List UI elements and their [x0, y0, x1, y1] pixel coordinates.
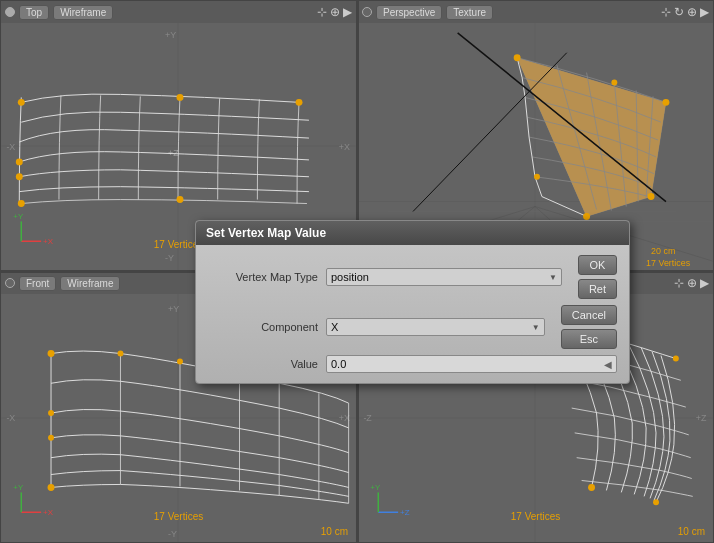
view-mode-btn-bl[interactable]: Wireframe	[60, 276, 120, 291]
measure-br: 10 cm	[678, 526, 705, 537]
svg-text:-X: -X	[6, 142, 15, 152]
viewport-header-tr: Perspective Texture ⊹ ↻ ⊕ ▶	[358, 1, 713, 23]
svg-point-66	[588, 484, 595, 491]
value-input[interactable]: 0.0 ◀	[326, 355, 617, 373]
svg-point-37	[648, 193, 655, 200]
esc-button[interactable]: Esc	[561, 329, 617, 349]
svg-point-9	[18, 200, 25, 207]
cancel-esc-buttons: Cancel Esc	[561, 305, 617, 349]
move-icon-tl[interactable]: ⊹	[317, 5, 327, 19]
move-icon-br[interactable]: ⊹	[674, 276, 684, 290]
viewport-radio-tl[interactable]	[5, 7, 15, 17]
svg-point-38	[583, 213, 590, 220]
more-icon-br[interactable]: ▶	[700, 276, 709, 290]
cancel-button[interactable]: Cancel	[561, 305, 617, 325]
viewport-icons-br: ⊹ ⊕ ▶	[674, 276, 709, 290]
svg-point-40	[611, 80, 617, 86]
zoom-icon-br[interactable]: ⊕	[687, 276, 697, 290]
svg-point-67	[653, 499, 659, 505]
svg-text:+X: +X	[339, 142, 350, 152]
vertex-map-type-label: Vertex Map Type	[208, 271, 318, 283]
viewport-icons-tl: ⊹ ⊕ ▶	[317, 5, 352, 19]
viewport-radio-tr[interactable]	[362, 7, 372, 17]
svg-text:+Y: +Y	[13, 483, 24, 492]
value-display: 0.0	[331, 358, 346, 370]
value-row: Value 0.0 ◀	[208, 355, 617, 373]
ok-ret-buttons: OK Ret	[578, 255, 617, 299]
svg-text:20 cm: 20 cm	[651, 246, 675, 256]
svg-text:17 Vertices: 17 Vertices	[646, 258, 691, 268]
svg-point-12	[16, 158, 23, 165]
svg-text:-Z: -Z	[363, 413, 372, 423]
dialog-title: Set Vertex Map Value	[196, 221, 629, 245]
svg-text:+Y: +Y	[168, 304, 179, 314]
svg-text:+Z: +Z	[696, 413, 707, 423]
svg-point-68	[673, 356, 679, 362]
zoom-icon-tl[interactable]: ⊕	[330, 5, 340, 19]
svg-point-8	[18, 99, 25, 106]
svg-point-55	[48, 435, 54, 441]
component-row: Component X ▼ Cancel Esc	[208, 305, 617, 349]
svg-point-39	[534, 174, 540, 180]
view-mode-btn-tl[interactable]: Wireframe	[53, 5, 113, 20]
ret-button[interactable]: Ret	[578, 279, 617, 299]
refresh-icon-tr[interactable]: ↻	[674, 5, 684, 19]
move-icon-tr[interactable]: ⊹	[661, 5, 671, 19]
vertex-count-bl: 17 Vertices	[1, 511, 356, 522]
vertex-count-br: 17 Vertices	[358, 511, 713, 522]
svg-point-36	[662, 99, 669, 106]
svg-text:-Y: -Y	[168, 529, 177, 539]
svg-point-54	[48, 410, 54, 416]
view-type-btn-tl[interactable]: Top	[19, 5, 49, 20]
vertex-map-type-select[interactable]: position ▼	[326, 268, 562, 286]
svg-text:+X: +X	[339, 413, 350, 423]
zoom-icon-tr[interactable]: ⊕	[687, 5, 697, 19]
svg-point-35	[514, 54, 521, 61]
vertex-map-type-row: Vertex Map Type position ▼ OK Ret	[208, 255, 617, 299]
view-mode-btn-tr[interactable]: Texture	[446, 5, 493, 20]
value-slider-icon: ◀	[604, 359, 612, 370]
viewport-icons-tr: ⊹ ↻ ⊕ ▶	[661, 5, 709, 19]
set-vertex-map-dialog[interactable]: Set Vertex Map Value Vertex Map Type pos…	[195, 220, 630, 384]
svg-text:+Y: +Y	[13, 212, 24, 221]
view-type-btn-tr[interactable]: Perspective	[376, 5, 442, 20]
svg-point-50	[48, 350, 55, 357]
svg-point-14	[177, 196, 184, 203]
view-type-btn-bl[interactable]: Front	[19, 276, 56, 291]
viewport-radio-bl[interactable]	[5, 278, 15, 288]
ok-button[interactable]: OK	[578, 255, 617, 275]
svg-point-51	[48, 484, 55, 491]
svg-text:-X: -X	[6, 413, 15, 423]
component-value: X	[331, 321, 338, 333]
component-select[interactable]: X ▼	[326, 318, 545, 336]
vertex-map-type-arrow: ▼	[549, 273, 557, 282]
svg-point-10	[296, 99, 303, 106]
dialog-body: Vertex Map Type position ▼ OK Ret Compon…	[196, 245, 629, 383]
svg-text:+Y: +Y	[370, 483, 381, 492]
svg-point-13	[16, 173, 23, 180]
more-icon-tr[interactable]: ▶	[700, 5, 709, 19]
component-arrow: ▼	[532, 323, 540, 332]
svg-point-11	[177, 94, 184, 101]
svg-point-52	[117, 351, 123, 357]
viewport-header-top-left: Top Wireframe ⊹ ⊕ ▶	[1, 1, 356, 23]
svg-point-53	[177, 358, 183, 364]
component-label: Component	[208, 321, 318, 333]
svg-text:+Y: +Y	[165, 30, 176, 40]
more-icon-tl[interactable]: ▶	[343, 5, 352, 19]
measure-bl: 10 cm	[321, 526, 348, 537]
value-label: Value	[208, 358, 318, 370]
svg-text:-Y: -Y	[165, 253, 174, 263]
svg-text:+Z: +Z	[168, 148, 179, 158]
vertex-map-type-value: position	[331, 271, 369, 283]
